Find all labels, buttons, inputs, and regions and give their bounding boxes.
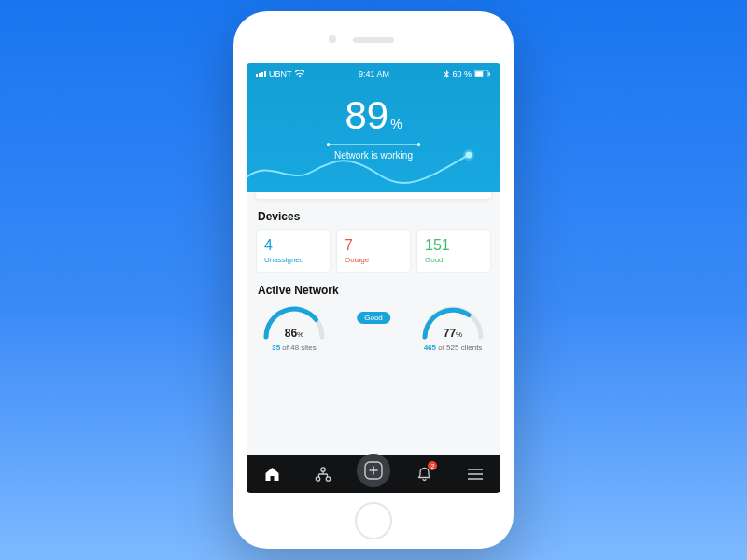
content-area: Devices 4 Unassigned 7 Outage 151 Good A… xyxy=(247,192,500,455)
tab-add[interactable] xyxy=(357,454,390,487)
percent-sign: % xyxy=(456,330,462,339)
menu-icon xyxy=(468,469,483,480)
percent-sign: % xyxy=(297,330,303,339)
svg-point-7 xyxy=(320,468,324,471)
battery-label: 60 % xyxy=(452,69,472,78)
card-label: Outage xyxy=(345,256,402,264)
wifi-icon xyxy=(295,70,304,77)
alerts-badge: 2 xyxy=(428,461,437,470)
card-label: Good xyxy=(425,256,483,264)
card-value: 151 xyxy=(425,237,483,254)
screen: UBNT 9:41 AM 60 % 89% Network is working xyxy=(247,63,500,493)
signal-icon xyxy=(256,71,266,77)
percent-sign: % xyxy=(390,117,402,132)
devices-title: Devices xyxy=(258,210,491,223)
status-bar: UBNT 9:41 AM 60 % xyxy=(256,69,491,78)
carrier-label: UBNT xyxy=(269,69,292,78)
status-left: UBNT xyxy=(256,69,304,78)
gauge-percent: 77 xyxy=(444,327,456,340)
battery-icon xyxy=(474,70,491,77)
tab-topology[interactable] xyxy=(306,457,340,491)
headline-divider xyxy=(327,144,420,145)
gauges-row: Good 86% 35 of 48 sites 77% 465 of 52 xyxy=(256,302,491,352)
card-value: 4 xyxy=(264,237,322,254)
tab-alerts[interactable]: 2 xyxy=(407,457,441,491)
health-percent: 89 xyxy=(345,93,388,138)
status-pill: Good xyxy=(357,312,390,324)
sparkline-icon xyxy=(247,149,500,187)
gauge-sites[interactable]: 86% 35 of 48 sites xyxy=(260,302,329,352)
tab-menu[interactable] xyxy=(458,457,492,491)
card-label: Unassigned xyxy=(264,256,322,264)
card-value: 7 xyxy=(345,237,402,254)
phone-camera xyxy=(329,35,336,43)
card-unassigned[interactable]: 4 Unassigned xyxy=(256,229,331,273)
search-field[interactable] xyxy=(256,192,491,199)
svg-point-4 xyxy=(463,149,474,161)
card-good[interactable]: 151 Good xyxy=(416,229,491,273)
phone-speaker xyxy=(353,37,394,43)
home-icon xyxy=(264,467,280,482)
device-cards: 4 Unassigned 7 Outage 151 Good xyxy=(256,229,491,273)
plus-icon xyxy=(364,461,383,480)
svg-point-9 xyxy=(326,477,330,481)
gauge-caption: 35 of 48 sites xyxy=(260,343,329,352)
home-button[interactable] xyxy=(355,502,392,539)
phone-frame: UBNT 9:41 AM 60 % 89% Network is working xyxy=(233,11,514,549)
svg-rect-2 xyxy=(488,72,489,75)
tab-home[interactable] xyxy=(255,457,289,491)
svg-point-8 xyxy=(316,477,319,481)
status-time: 9:41 AM xyxy=(359,69,389,78)
tab-bar: 2 xyxy=(247,455,500,493)
card-outage[interactable]: 7 Outage xyxy=(336,229,411,273)
gauge-clients[interactable]: 77% 465 of 525 clients xyxy=(418,302,487,352)
bluetooth-icon xyxy=(444,70,449,78)
gauge-caption: 465 of 525 clients xyxy=(418,343,487,352)
status-right: 60 % xyxy=(444,69,491,78)
gauge-percent: 86 xyxy=(285,327,297,340)
topology-icon xyxy=(315,467,331,482)
hero-panel: UBNT 9:41 AM 60 % 89% Network is working xyxy=(247,63,500,192)
svg-rect-1 xyxy=(475,71,483,77)
active-network-title: Active Network xyxy=(258,284,491,297)
